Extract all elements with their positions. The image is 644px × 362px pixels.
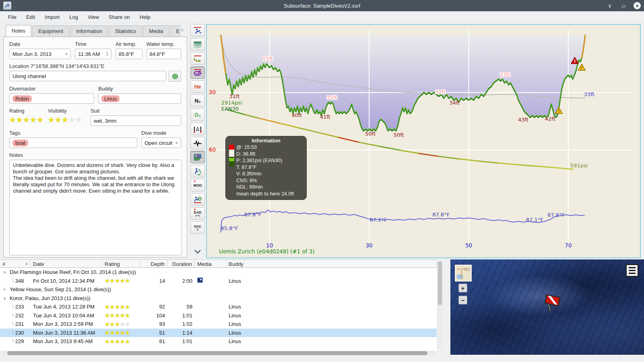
tab-notes[interactable]: Notes — [6, 25, 31, 37]
infobox-row: P: 2,381psi (EAN30) — [236, 157, 303, 164]
dive-buddy-cell: Linus — [226, 304, 437, 310]
dive-profile-chart[interactable]: 85.8°F87.8°F87.1°F87.8°F87.1°F87.8°F15ft… — [206, 24, 641, 258]
nitrogen-toggle[interactable]: N₂ — [190, 95, 205, 107]
mod-toggle[interactable]: MOD+ — [190, 179, 205, 191]
photos-toggle[interactable] — [190, 151, 205, 163]
dive-row[interactable]: └231Mon Jun 3, 2013 2:59 PM★★★★★931:02Li… — [0, 320, 437, 329]
expanded-icon[interactable]: ∨ — [3, 270, 7, 274]
dive-number-cell: └230 — [0, 330, 31, 336]
menu-item-view[interactable]: View — [84, 12, 103, 22]
maximize-button-icon[interactable]: ◇ — [620, 2, 627, 9]
dive-site-map[interactable]: + − — [450, 259, 644, 355]
globe-button[interactable] — [169, 71, 181, 82]
dive-buddy-cell: Linus — [226, 338, 437, 344]
star-icon: ★ — [16, 116, 23, 124]
ead-toggle[interactable]: EAD(•••)+ — [190, 207, 205, 220]
column-header-date[interactable]: Date — [31, 260, 102, 268]
tab-scroll-left-icon[interactable]: < — [181, 27, 184, 33]
dive-row[interactable]: └229Mon Jun 3, 2013 9:45 AM★★★★★811:01Li… — [0, 337, 437, 346]
menu-item-help[interactable]: Help — [136, 12, 155, 22]
tab-media[interactable]: Media — [143, 25, 169, 37]
column-header-media[interactable]: Media — [195, 260, 226, 268]
tab-statistics[interactable]: Statistics — [109, 25, 142, 37]
dive-row[interactable]: └233Tue Jun 4, 2013 12:28 PM★★★★★9259Lin… — [0, 302, 437, 311]
dive-rating-cell: ★★★★★ — [102, 312, 141, 319]
tissues-toggle[interactable] — [190, 66, 205, 79]
buddy-chip[interactable]: Linus — [101, 95, 120, 102]
location-value: Ulong channel — [12, 73, 46, 79]
spinner-arrows-icon[interactable]: ∧∨ — [106, 51, 108, 56]
trip-row[interactable]: ∨Koror, Palau, Jun 2013 (11 dive(s)) — [0, 294, 437, 303]
scrollbar-thumb[interactable] — [438, 261, 442, 305]
watertemp-field[interactable]: 84.8°F — [147, 49, 181, 59]
airtemp-field[interactable]: 85.8°F — [116, 49, 142, 59]
oxygen-toggle[interactable]: O₂ — [190, 109, 205, 121]
ruler-toggle[interactable]: Δ — [190, 123, 205, 135]
menu-item-log[interactable]: Log — [65, 12, 82, 22]
column-header-duration[interactable]: Duration — [167, 260, 195, 268]
minimap-overview[interactable] — [455, 265, 472, 282]
dive-depth-cell: 93 — [141, 321, 167, 327]
notes-textarea[interactable]: Unbelievable dive. Dozens and dozens of … — [9, 160, 182, 255]
infobox-row: mean depth to here 24.0ft — [236, 191, 303, 197]
star-icon: ★ — [125, 321, 130, 327]
sac-toggle[interactable]: SAC≣ — [190, 221, 205, 234]
tab-scroll-right-icon[interactable]: > — [187, 27, 188, 33]
dive-row[interactable]: └348Fri Oct 10, 2014 12:34 PM★★★★★142:00… — [0, 277, 437, 286]
column-header-buddy[interactable]: Buddy — [226, 260, 437, 268]
dive-row[interactable]: └232Tue Jun 4, 2013 10:04 AM★★★★★1041:01… — [0, 311, 437, 320]
tag-chip[interactable]: boat — [12, 140, 28, 146]
dive-list-header: #∧DateRatingDepthDurationMediaBuddy — [0, 260, 437, 268]
collapse-chevron-icon[interactable] — [193, 247, 202, 257]
dc-time-toggle[interactable] — [190, 193, 205, 206]
helium-toggle[interactable]: He — [190, 80, 205, 93]
menu-item-file[interactable]: File — [4, 12, 21, 22]
dive-buddy-cell: Linus — [226, 330, 437, 336]
menu-item-share-on[interactable]: Share on — [105, 12, 134, 22]
divemode-combobox[interactable]: Open circuit ∨ — [141, 138, 181, 148]
heartrate-toggle[interactable] — [190, 137, 205, 149]
divemaster-field[interactable]: Robin — [9, 93, 94, 104]
watertemp-value: 84.8°F — [150, 51, 165, 57]
column-header-depth[interactable]: Depth — [141, 260, 167, 268]
map-zoom-in-button[interactable]: + — [458, 284, 467, 292]
map-zoom-out-button[interactable]: − — [458, 296, 467, 304]
scr-toggle[interactable] — [190, 165, 205, 177]
menu-item-import[interactable]: Import — [41, 12, 64, 22]
minimize-button-icon[interactable]: ∨ — [606, 2, 613, 9]
trip-row[interactable]: >Yellow House, Sun Sep 21, 2014 (1 dive(… — [0, 285, 437, 294]
collapsed-icon[interactable]: > — [3, 287, 7, 292]
calc-ceiling-toggle[interactable] — [190, 38, 205, 51]
trip-row[interactable]: ∨Divi Flamingo House Reef, Fri Oct 10, 2… — [0, 268, 437, 277]
location-input[interactable]: Ulong channel — [9, 71, 166, 81]
visibility-stars[interactable]: ★★★★★ — [48, 115, 87, 124]
tab-equipment[interactable]: Equipment — [32, 25, 69, 37]
dive-number: 232 — [15, 313, 24, 319]
buddy-field[interactable]: Linus — [98, 93, 181, 104]
suit-field[interactable]: wet, 3mm — [91, 115, 181, 126]
scrollbar-thumb[interactable] — [7, 351, 427, 355]
tab-information[interactable]: Information — [70, 25, 108, 37]
dive-number: 229 — [15, 338, 24, 344]
tags-field[interactable]: boat — [9, 138, 137, 148]
close-button-icon[interactable]: × — [634, 2, 641, 9]
divemaster-chip[interactable]: Robin — [12, 95, 32, 102]
rating-stars[interactable]: ★★★★★ — [9, 115, 44, 124]
dive-list-vertical-scrollbar[interactable] — [437, 261, 443, 348]
column-header-rating[interactable]: Rating — [102, 260, 141, 268]
dc-ceiling-toggle[interactable] — [190, 24, 205, 37]
time-spinbox[interactable]: 11:36 AM ∧∨ — [75, 49, 111, 59]
media-thumbnail-icon[interactable] — [197, 278, 203, 283]
menu-item-edit[interactable]: Edit — [22, 12, 39, 22]
trip-label: Yellow House, Sun Sep 21, 2014 (1 dive(s… — [10, 286, 111, 292]
map-menu-button[interactable] — [626, 264, 638, 277]
infobox-row: V: 8.3ft/min — [236, 171, 303, 177]
column-header-num[interactable]: #∧ — [0, 260, 31, 268]
dive-list-horizontal-scrollbar[interactable] — [1, 351, 437, 356]
expanded-icon[interactable]: ∨ — [3, 296, 7, 300]
date-combobox[interactable]: Mon Jun 3, 2013 ∨ — [9, 49, 71, 59]
dive-row[interactable]: └230Mon Jun 3, 2013 11:36 AM★★★★★511:14L… — [0, 329, 437, 337]
ceiling-steps-toggle[interactable] — [190, 52, 205, 65]
dive-flag-marker[interactable] — [542, 291, 563, 314]
tags-label: Tags — [9, 130, 137, 136]
